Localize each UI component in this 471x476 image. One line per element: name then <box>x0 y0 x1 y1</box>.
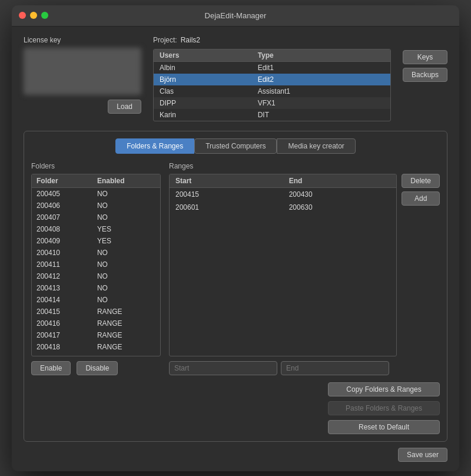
enable-button[interactable]: Enable <box>31 361 71 375</box>
save-row: Save user <box>24 448 447 462</box>
ranges-table: Start End 200415200430200601200630 <box>170 174 396 214</box>
ranges-actions: Delete Add <box>402 174 440 206</box>
folder-value: 200405 <box>32 187 92 200</box>
user-row[interactable]: ClasAssistant1 <box>154 85 390 97</box>
folders-table-container: Folder Enabled 200405NO200406NO200407NO2… <box>31 174 161 356</box>
main-content: License key Load Project: Rails2 Users <box>12 27 459 471</box>
maximize-button[interactable] <box>41 12 48 19</box>
user-name: Clas <box>154 85 252 97</box>
end-col-header: End <box>283 174 397 188</box>
folder-row[interactable]: 200416RANGE <box>32 318 160 329</box>
folder-value: 200418 <box>32 341 92 353</box>
users-table-wrapper: Users Type AlbinEdit1BjörnEdit2ClasAssis… <box>153 49 391 121</box>
user-name: DIPP <box>154 97 252 109</box>
folder-value: 200411 <box>32 259 92 270</box>
folder-value: 200415 <box>32 306 92 318</box>
tabs-section: Folders & Ranges Trusted Computers Media… <box>24 131 447 442</box>
copy-folders-ranges-button[interactable]: Copy Folders & Ranges <box>328 382 440 396</box>
user-name: Karin <box>154 109 252 121</box>
user-row[interactable]: AlbinEdit1 <box>154 61 390 74</box>
keys-button[interactable]: Keys <box>403 50 447 64</box>
add-range-button[interactable]: Add <box>402 191 440 206</box>
range-start: 200601 <box>170 201 283 214</box>
users-table: Users Type AlbinEdit1BjörnEdit2ClasAssis… <box>154 49 390 121</box>
folder-row[interactable]: 200405NO <box>32 187 160 200</box>
folder-row[interactable]: 200412NO <box>32 270 160 282</box>
folder-row[interactable]: 200408YES <box>32 223 160 235</box>
load-button[interactable]: Load <box>108 100 141 114</box>
reset-to-default-button[interactable]: Reset to Default <box>328 420 440 434</box>
folder-row[interactable]: 200406NO <box>32 200 160 211</box>
disable-button[interactable]: Disable <box>77 361 118 375</box>
folder-row[interactable]: 200409YES <box>32 235 160 247</box>
folder-row[interactable]: 200410NO <box>32 247 160 259</box>
minimize-button[interactable] <box>30 12 37 19</box>
tab-folders-ranges[interactable]: Folders & Ranges <box>115 138 194 154</box>
folder-col-header: Folder <box>32 174 92 188</box>
folders-panel: Folders Folder Enabled <box>31 162 161 434</box>
start-input[interactable] <box>169 361 277 375</box>
folder-row[interactable]: 200413NO <box>32 282 160 294</box>
folder-row[interactable]: 200419RANGE <box>32 353 160 356</box>
folders-ranges-content: Folders Folder Enabled <box>31 162 440 434</box>
folder-row[interactable]: 200417RANGE <box>32 329 160 341</box>
range-row[interactable]: 200415200430 <box>170 187 396 201</box>
user-row[interactable]: BjörnEdit2 <box>154 74 390 85</box>
folder-row[interactable]: 200411NO <box>32 259 160 270</box>
type-col-header: Type <box>252 49 390 62</box>
user-row[interactable]: DIPPVFX1 <box>154 97 390 109</box>
folder-value: 200410 <box>32 247 92 259</box>
paste-folders-ranges-button[interactable]: Paste Folders & Ranges <box>328 401 440 415</box>
license-label: License key <box>24 36 141 44</box>
main-window: DejaEdit-Manager License key Load Projec… <box>12 5 459 471</box>
end-input[interactable] <box>281 361 389 375</box>
folder-value: 200417 <box>32 329 92 341</box>
folder-value: 200419 <box>32 353 92 356</box>
start-col-header: Start <box>170 174 283 188</box>
title-bar: DejaEdit-Manager <box>12 5 459 27</box>
folder-value: 200414 <box>32 294 92 306</box>
ranges-title: Ranges <box>169 162 440 170</box>
ranges-table-area: Start End 200415200430200601200630 <box>169 174 397 356</box>
backups-button[interactable]: Backups <box>403 68 447 82</box>
delete-range-button[interactable]: Delete <box>402 174 440 188</box>
enabled-value: NO <box>92 259 160 270</box>
tab-media-key-creator[interactable]: Media key creator <box>277 138 355 154</box>
folder-row[interactable]: 200407NO <box>32 211 160 223</box>
folder-value: 200412 <box>32 270 92 282</box>
save-user-button[interactable]: Save user <box>398 448 447 462</box>
folder-enable-btns: Enable Disable <box>31 361 161 375</box>
enabled-value: YES <box>92 223 160 235</box>
ranges-scroll-area[interactable]: Start End 200415200430200601200630 <box>170 174 396 356</box>
folder-row[interactable]: 200415RANGE <box>32 306 160 318</box>
folders-title: Folders <box>31 162 161 170</box>
enabled-value: RANGE <box>92 353 160 356</box>
enabled-value: RANGE <box>92 341 160 353</box>
window-title: DejaEdit-Manager <box>205 11 267 20</box>
enabled-value: NO <box>92 270 160 282</box>
user-type: VFX1 <box>252 97 390 109</box>
folders-scroll-area[interactable]: Folder Enabled 200405NO200406NO200407NO2… <box>32 174 160 356</box>
folder-value: 200409 <box>32 235 92 247</box>
user-type: Edit2 <box>252 74 390 85</box>
range-row[interactable]: 200601200630 <box>170 201 396 214</box>
folder-row[interactable]: 200414NO <box>32 294 160 306</box>
project-label: Project: <box>153 36 177 44</box>
close-button[interactable] <box>19 12 26 19</box>
folder-value: 200413 <box>32 282 92 294</box>
ranges-panel: Ranges Start End <box>169 162 440 434</box>
tab-trusted-computers[interactable]: Trusted Computers <box>194 138 277 154</box>
user-name: Björn <box>154 74 252 85</box>
top-section: License key Load Project: Rails2 Users <box>24 36 447 121</box>
enabled-value: NO <box>92 200 160 211</box>
enabled-col-header: Enabled <box>92 174 160 188</box>
folder-value: 200406 <box>32 200 92 211</box>
ranges-with-actions: Start End 200415200430200601200630 <box>169 174 440 356</box>
traffic-lights <box>19 12 48 19</box>
folder-value: 200408 <box>32 223 92 235</box>
range-start: 200415 <box>170 187 283 201</box>
enabled-value: NO <box>92 294 160 306</box>
folder-row[interactable]: 200418RANGE <box>32 341 160 353</box>
license-key-display <box>24 48 141 95</box>
user-row[interactable]: KarinDIT <box>154 109 390 121</box>
